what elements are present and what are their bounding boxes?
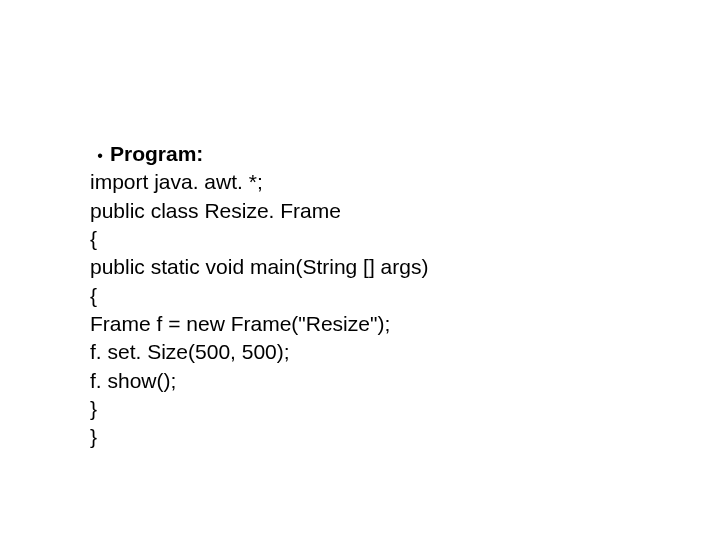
code-line-3: { bbox=[90, 225, 720, 253]
code-line-6: Frame f = new Frame("Resize"); bbox=[90, 310, 720, 338]
code-line-8: f. show(); bbox=[90, 367, 720, 395]
code-line-4: public static void main(String [] args) bbox=[90, 253, 720, 281]
bullet-icon: • bbox=[90, 145, 110, 167]
code-line-2: public class Resize. Frame bbox=[90, 197, 720, 225]
code-line-5: { bbox=[90, 282, 720, 310]
code-line-7: f. set. Size(500, 500); bbox=[90, 338, 720, 366]
heading-text: Program: bbox=[110, 140, 203, 168]
code-line-10: } bbox=[90, 423, 720, 451]
code-line-1: import java. awt. *; bbox=[90, 168, 720, 196]
code-line-9: } bbox=[90, 395, 720, 423]
heading-line: • Program: bbox=[90, 140, 720, 168]
